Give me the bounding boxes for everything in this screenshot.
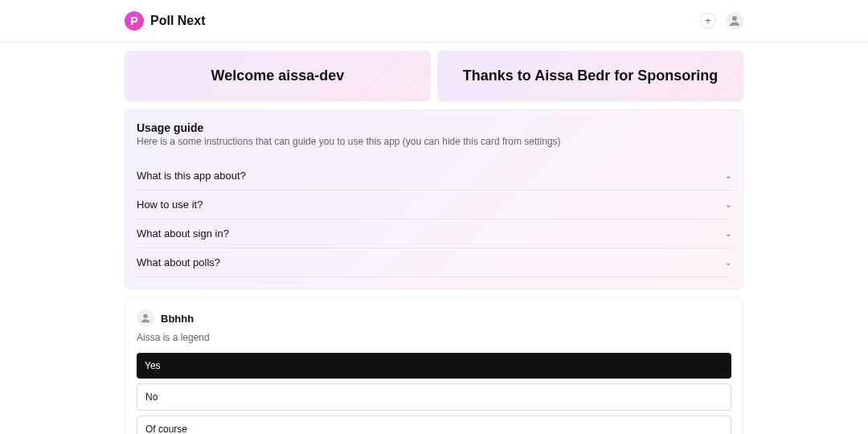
guide-title: Usage guide — [137, 121, 731, 134]
poll-option-no[interactable]: No — [137, 383, 731, 411]
header: P Poll Next + — [0, 0, 868, 43]
logo-letter: P — [130, 14, 137, 27]
accordion-label: How to use it? — [137, 199, 203, 211]
poll-option-label: No — [145, 391, 158, 403]
poll-question: Aissa is a legend — [137, 332, 731, 343]
thanks-banner: Thanks to Aissa Bedr for Sponsoring — [437, 51, 743, 101]
poll-option-label: Of course — [145, 424, 187, 434]
svg-point-1 — [143, 314, 147, 318]
chevron-down-icon: ⌄ — [725, 200, 731, 209]
banner-row: Welcome aissa-dev Thanks to Aissa Bedr f… — [125, 51, 743, 101]
main-content: Welcome aissa-dev Thanks to Aissa Bedr f… — [0, 43, 868, 434]
accordion-label: What is this app about? — [137, 170, 246, 182]
poll-card: Bbhhh Aissa is a legend Yes No Of course… — [125, 297, 743, 434]
accordion-item-howto[interactable]: How to use it? ⌄ — [137, 190, 731, 219]
welcome-banner: Welcome aissa-dev — [125, 51, 431, 101]
chevron-down-icon: ⌄ — [725, 171, 731, 180]
accordion-label: What about polls? — [137, 256, 220, 268]
chevron-down-icon: ⌄ — [725, 258, 731, 267]
header-left: P Poll Next — [125, 11, 205, 31]
welcome-text: Welcome aissa-dev — [211, 68, 345, 84]
plus-icon: + — [705, 15, 710, 27]
poll-option-label: Yes — [145, 360, 161, 371]
poll-option-ofcourse[interactable]: Of course — [137, 416, 731, 434]
app-title: Poll Next — [150, 14, 205, 28]
header-right: + — [700, 12, 743, 30]
avatar-icon — [139, 312, 152, 325]
app-logo[interactable]: P — [125, 11, 144, 31]
user-avatar[interactable] — [726, 12, 743, 30]
accordion-label: What about sign in? — [137, 227, 229, 240]
poll-author-name: Bbhhh — [161, 313, 194, 325]
guide-description: Here is a some instructions that can gui… — [137, 136, 731, 147]
poll-header: Bbhhh — [137, 309, 731, 327]
poll-author-avatar[interactable] — [137, 309, 154, 327]
chevron-down-icon: ⌄ — [725, 229, 731, 238]
avatar-icon — [727, 14, 742, 28]
accordion-item-signin[interactable]: What about sign in? ⌄ — [137, 219, 731, 248]
add-button[interactable]: + — [700, 13, 716, 29]
svg-point-0 — [732, 16, 737, 21]
poll-option-yes[interactable]: Yes — [137, 353, 731, 379]
accordion-item-polls[interactable]: What about polls? ⌄ — [137, 248, 731, 277]
usage-guide-card: Usage guide Here is a some instructions … — [125, 109, 743, 289]
thanks-text: Thanks to Aissa Bedr for Sponsoring — [463, 68, 718, 84]
accordion-item-about[interactable]: What is this app about? ⌄ — [137, 162, 731, 190]
